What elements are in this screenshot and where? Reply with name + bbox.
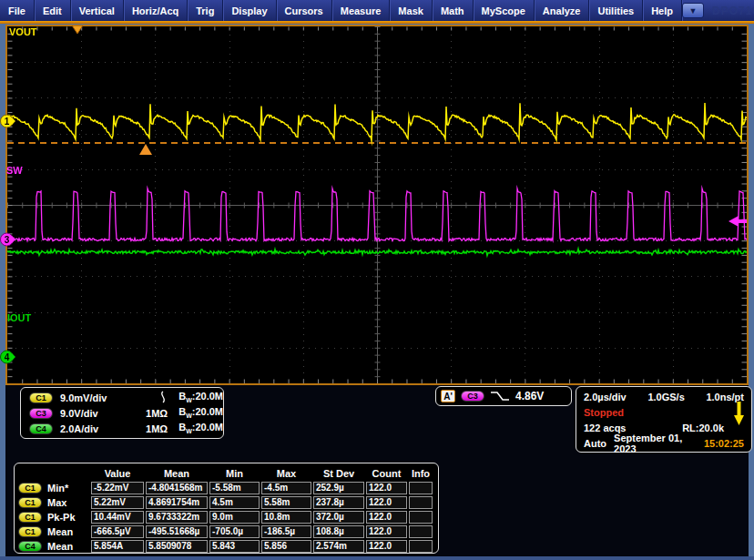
measurement-cell: 9.6733322m <box>146 511 208 524</box>
measurement-cell: 5.854A <box>91 540 144 553</box>
channel3-bandwidth: BW:20.0M <box>178 406 223 419</box>
measurement-channel-badge: C1 <box>18 483 42 494</box>
svg-text:3: 3 <box>5 235 10 245</box>
date: September 01, 2023 <box>614 433 697 454</box>
channel4-impedance: 1MΩ <box>133 423 168 434</box>
waveform-display[interactable] <box>7 26 747 383</box>
measurements-header-row: Value Mean Min Max St Dev Count Info <box>18 466 434 481</box>
col-header: Mean <box>146 468 208 479</box>
right-margin <box>749 24 754 556</box>
channel1-badge[interactable]: C1 <box>29 392 53 403</box>
channel1-reference-marker[interactable]: 1 <box>0 114 15 128</box>
falling-edge-icon <box>490 390 510 402</box>
trace-label-vout: VOUT <box>9 26 37 37</box>
menu-item-file[interactable]: File <box>0 0 35 21</box>
measurement-name: Pk-Pk <box>47 512 89 523</box>
channel1-scale: 9.0mV/div <box>60 392 126 403</box>
menu-bar: FileEditVerticalHoriz/AcqTrigDisplayCurs… <box>0 0 754 21</box>
measurement-cell: 9.0m <box>209 511 260 524</box>
channel1-bandwidth: BW:20.0M <box>178 391 223 403</box>
trigger-position-arrow-icon <box>733 401 745 426</box>
measurement-row: C1Min*-5.22mV-4.8041568m-5.58m-4.5m252.9… <box>18 481 434 495</box>
menu-item-cursors[interactable]: Cursors <box>277 0 332 21</box>
measurement-cell: 4.5m <box>209 496 260 509</box>
menu-item-mask[interactable]: Mask <box>390 0 433 21</box>
measurement-cell <box>409 511 433 524</box>
svg-text:1: 1 <box>5 117 10 127</box>
channel3-badge[interactable]: C3 <box>29 408 53 419</box>
measurement-cell: -666.5µV <box>91 525 144 538</box>
trigger-source-badge: C3 <box>461 391 484 402</box>
measurement-cell: 108.8µ <box>313 525 364 538</box>
svg-text:4: 4 <box>5 352 10 362</box>
model-label: DPO7104 <box>712 5 754 17</box>
bottom-edge <box>0 556 754 560</box>
graticule-frame <box>5 25 749 385</box>
measurement-cell: 5.22mV <box>91 496 144 509</box>
channel4-badge[interactable]: C4 <box>29 423 53 434</box>
menu-item-analyze[interactable]: Analyze <box>535 0 590 21</box>
menu-item-edit[interactable]: Edit <box>35 0 71 21</box>
measurement-cell: -186.5µ <box>261 525 311 538</box>
measurement-row: C4Mean5.854A5.85090785.8435.8562.574m122… <box>18 539 434 554</box>
ac-coupling-icon <box>133 391 168 405</box>
channel3-readout[interactable]: C3 9.0V/div 1MΩ BW:20.0M <box>21 405 223 421</box>
menu-item-measure[interactable]: Measure <box>332 0 391 21</box>
time: 15:02:25 <box>704 438 744 449</box>
channel4-readout[interactable]: C4 2.0A/div 1MΩ BW:20.0M <box>21 421 223 436</box>
chevron-down-icon: ▼ <box>689 6 698 15</box>
measurement-cell: -4.5m <box>261 482 311 494</box>
channel1-readout[interactable]: C1 9.0mV/div BW:20.0M <box>21 390 223 405</box>
measurement-cell: 252.9µ <box>313 482 364 494</box>
menu-items: FileEditVerticalHoriz/AcqTrigDisplayCurs… <box>0 0 682 21</box>
col-header: Info <box>409 468 433 479</box>
measurement-cell <box>409 496 433 509</box>
menu-right-controls: ▼ DPO7104 Tek X <box>682 3 754 19</box>
measurement-name: Mean <box>47 541 89 552</box>
measurement-cell: 122.0 <box>366 540 407 553</box>
col-header: Min <box>209 468 260 479</box>
menu-item-trig[interactable]: Trig <box>188 0 223 21</box>
measurement-cell: -5.58m <box>209 482 260 494</box>
measurement-channel-badge: C1 <box>18 526 42 537</box>
measurement-cell: 372.0µ <box>313 511 364 524</box>
measurement-row: C1Pk-Pk10.44mV9.6733322m9.0m10.8m372.0µ1… <box>18 510 434 524</box>
measurement-cell: 237.8µ <box>313 496 364 509</box>
channel3-scale: 9.0V/div <box>60 408 126 419</box>
menu-item-vertical[interactable]: Vertical <box>71 0 124 21</box>
measurement-cell <box>409 482 433 494</box>
channel4-reference-marker[interactable]: 4 <box>0 350 15 364</box>
sample-rate: 1.0GS/s <box>647 392 684 402</box>
trace-label-iout: IOUT <box>7 312 31 323</box>
menu-item-myscope[interactable]: MyScope <box>474 0 535 21</box>
trigger-readout-box[interactable]: A' C3 4.86V <box>435 386 572 406</box>
trigger-position-marker[interactable] <box>72 25 83 35</box>
menu-item-display[interactable]: Display <box>223 0 276 21</box>
menu-item-utilities[interactable]: Utilities <box>589 0 643 21</box>
acquisition-status: Stopped <box>584 407 624 418</box>
trigger-mode-badge: A' <box>441 390 455 402</box>
measurement-cell: 122.0 <box>366 525 407 538</box>
measurement-name: Min* <box>47 483 89 494</box>
menu-dropdown-button[interactable]: ▼ <box>682 3 704 18</box>
col-header: Count <box>366 468 407 479</box>
col-header: St Dev <box>313 468 364 479</box>
trigger-level-arrow[interactable] <box>729 215 747 228</box>
measurement-cell: 5.58m <box>261 496 311 509</box>
menu-item-horiz-acq[interactable]: Horiz/Acq <box>124 0 188 21</box>
measurement-cell: 122.0 <box>366 511 407 524</box>
trigger-level-value: 4.86V <box>515 390 544 402</box>
trace-label-sw: SW <box>6 165 23 176</box>
channel3-reference-marker[interactable]: 3 <box>0 232 15 247</box>
menu-item-help[interactable]: Help <box>643 0 682 21</box>
measurement-cell: -495.51668µ <box>146 525 208 538</box>
measurement-name: Mean <box>47 526 89 537</box>
measurement-cell: 5.843 <box>209 540 260 553</box>
measurement-channel-badge: C4 <box>18 541 42 552</box>
menu-item-math[interactable]: Math <box>433 0 474 21</box>
horizontal-readout-box: 2.0µs/div 1.0GS/s 1.0ns/pt Stopped 122 a… <box>576 386 752 453</box>
measurement-cell <box>409 540 433 553</box>
measurement-cell: -705.0µ <box>209 525 260 538</box>
col-header: Value <box>91 468 144 479</box>
timebase: 2.0µs/div <box>584 392 627 402</box>
